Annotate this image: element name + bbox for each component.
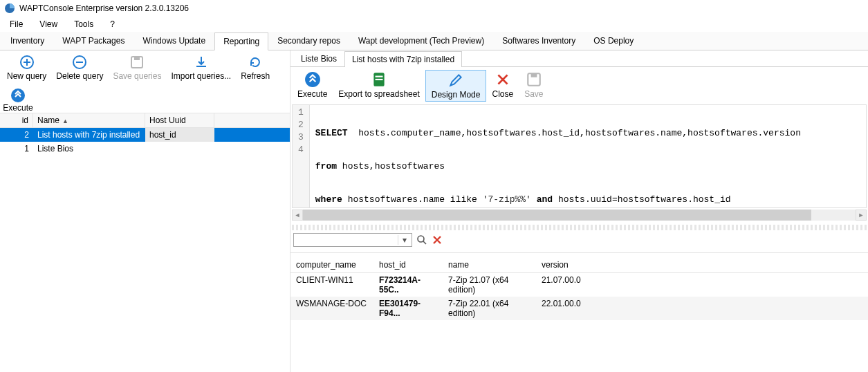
- title-bar: WAPTConsole Enterprise version 2.3.0.132…: [0, 0, 868, 17]
- col-id[interactable]: id: [0, 113, 33, 127]
- clear-icon[interactable]: [432, 234, 443, 245]
- close-label: Close: [492, 89, 513, 99]
- menu-file[interactable]: File: [3, 17, 30, 32]
- export-label: Export to spreadsheet: [338, 89, 419, 99]
- execute-left-button[interactable]: Execute: [1, 88, 35, 113]
- results-row[interactable]: CLIENT-WIN11 F723214A-55C.. 7-Zip 21.07 …: [290, 273, 868, 297]
- plus-circle-icon: [19, 55, 35, 70]
- search-icon[interactable]: [416, 234, 427, 245]
- execute-circle-icon: [304, 71, 321, 88]
- minus-circle-icon: [72, 55, 87, 70]
- refresh-icon: [248, 55, 263, 70]
- delete-query-label: Delete query: [56, 71, 103, 81]
- app-title: WAPTConsole Enterprise version 2.3.0.132…: [19, 3, 189, 13]
- col-name[interactable]: name: [443, 253, 536, 272]
- scroll-left-icon[interactable]: ◄: [292, 210, 303, 221]
- refresh-button[interactable]: Refresh: [237, 53, 274, 82]
- scroll-thumb[interactable]: [303, 210, 811, 221]
- menu-view[interactable]: View: [33, 17, 64, 32]
- sql-content: SELECT hosts.computer_name,hostsoftwares…: [310, 105, 806, 207]
- col-host-uuid[interactable]: Host Uuid: [145, 113, 214, 127]
- queries-table-header: id Name▲ Host Uuid: [0, 113, 290, 128]
- tab-inventory[interactable]: Inventory: [1, 32, 53, 50]
- results-searchbar: ▾: [290, 230, 868, 250]
- scroll-right-icon[interactable]: ►: [856, 210, 867, 221]
- svg-rect-9: [376, 79, 383, 80]
- import-queries-button[interactable]: Import queries...: [167, 53, 235, 82]
- svg-rect-11: [530, 73, 537, 77]
- save-queries-button[interactable]: Save queries: [109, 53, 165, 82]
- spreadsheet-icon: [371, 71, 387, 88]
- tab-windows-update[interactable]: Windows Update: [133, 32, 214, 50]
- search-combo[interactable]: ▾: [293, 233, 412, 247]
- report-tabs: Liste Bios List hosts with 7zip installe…: [290, 50, 868, 67]
- rtab-liste-bios[interactable]: Liste Bios: [293, 50, 344, 66]
- save-icon: [526, 71, 542, 88]
- save-button[interactable]: Save: [519, 70, 548, 100]
- results-table: computer_name host_id name version CLIEN…: [290, 252, 868, 372]
- tab-os-deploy[interactable]: OS Deploy: [584, 32, 643, 50]
- execute-label: Execute: [297, 89, 327, 99]
- execute-button[interactable]: Execute: [292, 70, 333, 100]
- queries-row[interactable]: 2 List hosts with 7zip installed host_id: [0, 128, 290, 142]
- save-label: Save: [524, 89, 543, 99]
- tab-reporting[interactable]: Reporting: [214, 32, 268, 50]
- refresh-label: Refresh: [241, 71, 270, 81]
- queries-panel: New query Delete query Save queries Impo…: [0, 50, 290, 372]
- report-panel: Liste Bios List hosts with 7zip installe…: [290, 50, 868, 372]
- execute-left-label: Execute: [3, 103, 33, 113]
- design-mode-label: Design Mode: [432, 90, 481, 100]
- import-queries-label: Import queries...: [171, 71, 231, 81]
- delete-query-button[interactable]: Delete query: [52, 53, 107, 82]
- tab-wapt-packages[interactable]: WAPT Packages: [53, 32, 133, 50]
- sql-editor[interactable]: 1234 SELECT hosts.computer_name,hostsoft…: [292, 104, 867, 208]
- save-icon: [129, 55, 145, 70]
- new-query-label: New query: [7, 71, 46, 81]
- main-tabs: Inventory WAPT Packages Windows Update R…: [0, 32, 868, 50]
- sort-asc-icon: ▲: [62, 118, 68, 124]
- results-header: computer_name host_id name version: [290, 253, 868, 273]
- queries-toolbar: New query Delete query Save queries Impo…: [0, 50, 290, 86]
- save-queries-label: Save queries: [113, 71, 161, 81]
- col-host-id[interactable]: host_id: [373, 253, 443, 272]
- execute-circle-icon: [10, 88, 26, 103]
- pencil-icon: [447, 72, 464, 89]
- svg-point-12: [418, 236, 424, 242]
- menu-help[interactable]: ?: [103, 17, 122, 32]
- rtab-list-7zip[interactable]: List hosts with 7zip installed: [344, 51, 462, 67]
- sql-h-scrollbar[interactable]: ◄ ►: [292, 210, 867, 221]
- svg-rect-4: [134, 57, 140, 60]
- svg-rect-8: [376, 76, 383, 77]
- export-spreadsheet-button[interactable]: Export to spreadsheet: [333, 70, 425, 100]
- menu-bar: File View Tools ?: [0, 17, 868, 32]
- report-toolbar: Execute Export to spreadsheet Design Mod…: [290, 67, 868, 104]
- col-name[interactable]: Name▲: [33, 113, 145, 127]
- col-computer-name[interactable]: computer_name: [290, 253, 373, 272]
- close-icon: [495, 71, 511, 88]
- menu-tools[interactable]: Tools: [67, 17, 100, 32]
- splitter-grip[interactable]: [292, 225, 867, 230]
- search-input[interactable]: [294, 235, 398, 245]
- design-mode-button[interactable]: Design Mode: [425, 70, 487, 102]
- new-query-button[interactable]: New query: [3, 53, 50, 82]
- close-button[interactable]: Close: [486, 70, 519, 100]
- col-version[interactable]: version: [536, 253, 605, 272]
- app-icon: [4, 3, 15, 14]
- tab-secondary-repos[interactable]: Secondary repos: [268, 32, 349, 50]
- queries-row[interactable]: 1 Liste Bios: [0, 142, 290, 156]
- tab-wapt-development[interactable]: Wapt development (Tech Preview): [349, 32, 493, 50]
- download-icon: [194, 55, 209, 70]
- tab-softwares-inventory[interactable]: Softwares Inventory: [493, 32, 584, 50]
- dropdown-icon[interactable]: ▾: [398, 235, 410, 245]
- results-row[interactable]: WSMANAGE-DOC EE301479-F94... 7-Zip 22.01…: [290, 297, 868, 320]
- line-gutter: 1234: [293, 105, 310, 207]
- queries-table: id Name▲ Host Uuid 2 List hosts with 7zi…: [0, 113, 290, 156]
- scroll-track[interactable]: [303, 210, 856, 221]
